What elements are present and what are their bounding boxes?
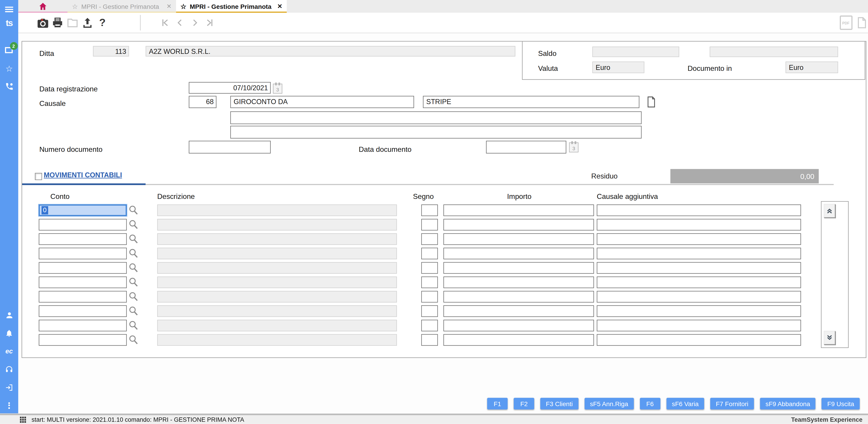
more-options-icon[interactable] bbox=[0, 401, 18, 409]
data-registrazione-field[interactable]: 07/10/2021 bbox=[189, 82, 271, 93]
importo-input[interactable] bbox=[443, 320, 594, 331]
app-grid-icon[interactable] bbox=[20, 416, 26, 422]
new-document-icon[interactable] bbox=[855, 16, 868, 29]
importo-input[interactable] bbox=[443, 334, 594, 346]
causale-aggiuntiva-input[interactable] bbox=[597, 233, 801, 245]
note-document-icon[interactable] bbox=[647, 96, 655, 110]
segno-input[interactable] bbox=[421, 291, 438, 303]
conto-input[interactable] bbox=[39, 305, 127, 317]
menu-hamburger-icon[interactable] bbox=[0, 5, 18, 13]
segno-input[interactable] bbox=[421, 204, 438, 216]
tab-star-icon[interactable]: ☆ bbox=[180, 2, 186, 10]
causale-aggiuntiva-input[interactable] bbox=[597, 219, 801, 230]
fkey-button-f1[interactable]: F1 bbox=[487, 398, 508, 409]
fkey-button-f3-clienti[interactable]: F3 Clienti bbox=[540, 398, 578, 409]
conto-input[interactable] bbox=[39, 320, 127, 331]
saldo-field-1[interactable] bbox=[592, 47, 679, 57]
print-icon[interactable] bbox=[51, 16, 64, 29]
search-icon[interactable] bbox=[128, 248, 138, 259]
tab-close-icon[interactable]: ✕ bbox=[277, 3, 282, 10]
upload-icon[interactable] bbox=[81, 16, 94, 29]
causale-extra2-field[interactable] bbox=[230, 126, 642, 139]
search-icon[interactable] bbox=[128, 205, 138, 216]
fkey-button-f2[interactable]: F2 bbox=[514, 398, 534, 409]
nav-first-icon[interactable] bbox=[158, 16, 172, 29]
help-icon[interactable]: ? bbox=[96, 16, 109, 29]
causale-aggiuntiva-input[interactable] bbox=[597, 248, 801, 259]
phone-icon[interactable] bbox=[0, 82, 18, 91]
segno-input[interactable] bbox=[421, 305, 438, 317]
saldo-field-2[interactable] bbox=[710, 47, 838, 57]
valuta-field[interactable]: Euro bbox=[592, 61, 644, 73]
tab-close-icon[interactable]: ✕ bbox=[166, 3, 172, 10]
search-icon[interactable] bbox=[128, 335, 138, 345]
causale-extra1-field[interactable] bbox=[230, 111, 642, 124]
causale-code-field[interactable]: 68 bbox=[189, 96, 216, 108]
importo-input[interactable] bbox=[443, 248, 594, 259]
causale-aggiuntiva-input[interactable] bbox=[597, 320, 801, 331]
causale-aggiuntiva-input[interactable] bbox=[597, 334, 801, 346]
segno-input[interactable] bbox=[421, 219, 438, 230]
ec-icon[interactable]: ec bbox=[0, 347, 18, 355]
notifications-bell-icon[interactable] bbox=[0, 329, 18, 338]
documento-in-field[interactable]: Euro bbox=[785, 61, 838, 73]
scroll-up-button[interactable] bbox=[824, 204, 835, 218]
open-windows-icon[interactable]: 2 bbox=[0, 46, 18, 53]
search-icon[interactable] bbox=[128, 263, 138, 273]
segno-input[interactable] bbox=[421, 277, 438, 288]
data-documento-field[interactable] bbox=[486, 141, 566, 153]
causale-aggiuntiva-input[interactable] bbox=[597, 204, 801, 216]
nav-last-icon[interactable] bbox=[203, 16, 217, 29]
search-icon[interactable] bbox=[128, 320, 138, 331]
movimenti-title[interactable]: MOVIMENTI CONTABILI bbox=[43, 171, 122, 179]
conto-input[interactable]: 0 bbox=[39, 204, 127, 216]
causale-desc2-field[interactable]: STRIPE bbox=[423, 96, 640, 108]
tab-mpri-active[interactable]: ☆ MPRI - Gestione Primanota ✕ bbox=[176, 0, 287, 13]
calendar-icon[interactable]: 3 bbox=[273, 84, 282, 94]
fkey-button-sf5-ann-riga[interactable]: sF5 Ann.Riga bbox=[584, 398, 633, 409]
scroll-down-button[interactable] bbox=[824, 331, 835, 345]
importo-input[interactable] bbox=[443, 291, 594, 303]
segno-input[interactable] bbox=[421, 233, 438, 245]
segno-input[interactable] bbox=[421, 320, 438, 331]
user-profile-icon[interactable] bbox=[0, 311, 18, 320]
folder-open-icon[interactable] bbox=[66, 16, 79, 29]
search-icon[interactable] bbox=[128, 220, 138, 230]
segno-input[interactable] bbox=[421, 248, 438, 259]
importo-input[interactable] bbox=[443, 277, 594, 288]
conto-input[interactable] bbox=[39, 334, 127, 346]
fkey-button-sf6-varia[interactable]: sF6 Varia bbox=[666, 398, 704, 409]
causale-aggiuntiva-input[interactable] bbox=[597, 305, 801, 317]
conto-input[interactable] bbox=[39, 277, 127, 288]
segno-input[interactable] bbox=[421, 334, 438, 346]
importo-input[interactable] bbox=[443, 219, 594, 230]
conto-input[interactable] bbox=[39, 248, 127, 259]
movimenti-checkbox[interactable] bbox=[35, 173, 42, 180]
fkey-button-f9-uscita[interactable]: F9 Uscita bbox=[822, 398, 860, 409]
tab-star-icon[interactable]: ☆ bbox=[72, 2, 78, 10]
causale-desc-field[interactable]: GIROCONTO DA bbox=[230, 96, 414, 108]
conto-input[interactable] bbox=[39, 291, 127, 303]
fkey-button-sf9-abbandona[interactable]: sF9 Abbandona bbox=[760, 398, 815, 409]
tab-mpri-inactive[interactable]: ☆ MPRI - Gestione Primanota ✕ bbox=[68, 0, 176, 13]
support-headset-icon[interactable] bbox=[0, 365, 18, 373]
nav-next-icon[interactable] bbox=[188, 16, 202, 29]
calendar-icon[interactable]: 3 bbox=[569, 142, 579, 152]
causale-aggiuntiva-input[interactable] bbox=[597, 291, 801, 303]
ditta-name-field[interactable]: A2Z WORLD S.R.L. bbox=[146, 46, 515, 57]
logout-icon[interactable] bbox=[0, 384, 18, 392]
numero-documento-field[interactable] bbox=[189, 141, 271, 153]
conto-input[interactable] bbox=[39, 219, 127, 230]
importo-input[interactable] bbox=[443, 305, 594, 317]
ditta-code-field[interactable]: 113 bbox=[93, 46, 129, 57]
search-icon[interactable] bbox=[128, 306, 138, 316]
conto-input[interactable] bbox=[39, 233, 127, 245]
fkey-button-f6[interactable]: F6 bbox=[640, 398, 660, 409]
importo-input[interactable] bbox=[443, 262, 594, 274]
camera-screenshot-icon[interactable] bbox=[36, 16, 49, 29]
favorites-star-icon[interactable]: ☆ bbox=[0, 64, 18, 73]
causale-aggiuntiva-input[interactable] bbox=[597, 262, 801, 274]
segno-input[interactable] bbox=[421, 262, 438, 274]
conto-input[interactable] bbox=[39, 262, 127, 274]
search-icon[interactable] bbox=[128, 277, 138, 288]
